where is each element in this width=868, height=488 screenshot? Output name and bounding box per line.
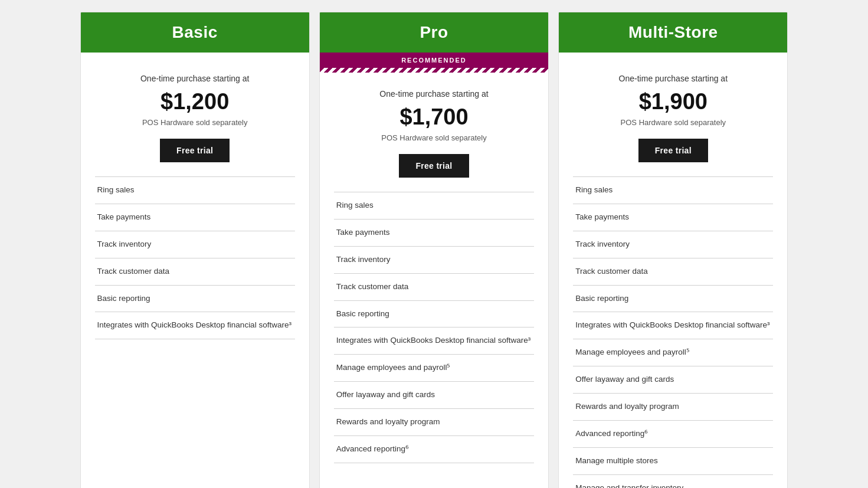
price-subtitle-multistore: One-time purchase starting at bbox=[573, 74, 773, 83]
hardware-note-basic: POS Hardware sold separately bbox=[95, 118, 295, 127]
list-item: Take payments bbox=[95, 204, 295, 231]
plan-header-basic: Basic bbox=[81, 12, 309, 53]
plan-body-multistore: One-time purchase starting at$1,900POS H… bbox=[559, 53, 787, 488]
list-item: Track inventory bbox=[573, 231, 773, 258]
list-item: Track customer data bbox=[95, 258, 295, 286]
plan-card-basic: BasicOne-time purchase starting at$1,200… bbox=[80, 12, 310, 488]
list-item: Advanced reporting⁶ bbox=[573, 421, 773, 448]
list-item: Integrates with QuickBooks Desktop finan… bbox=[95, 312, 295, 339]
plan-card-pro: ProRECOMMENDEDOne-time purchase starting… bbox=[319, 12, 549, 488]
pricing-container: BasicOne-time purchase starting at$1,200… bbox=[80, 12, 788, 488]
price-subtitle-basic: One-time purchase starting at bbox=[95, 74, 295, 83]
features-list-multistore: Ring salesTake paymentsTrack inventoryTr… bbox=[573, 176, 773, 488]
list-item: Rewards and loyalty program bbox=[573, 394, 773, 421]
list-item: Rewards and loyalty program bbox=[334, 409, 534, 436]
list-item: Manage and transfer inventory bbox=[573, 475, 773, 488]
hardware-note-pro: POS Hardware sold separately bbox=[334, 133, 534, 142]
price-amount-multistore: $1,900 bbox=[573, 89, 773, 114]
list-item: Track inventory bbox=[95, 231, 295, 258]
list-item: Ring sales bbox=[95, 177, 295, 204]
list-item: Advanced reporting⁶ bbox=[334, 436, 534, 463]
list-item: Basic reporting bbox=[95, 286, 295, 313]
trial-button-pro[interactable]: Free trial bbox=[399, 154, 469, 178]
features-list-pro: Ring salesTake paymentsTrack inventoryTr… bbox=[334, 192, 534, 463]
price-amount-pro: $1,700 bbox=[334, 104, 534, 130]
list-item: Integrates with QuickBooks Desktop finan… bbox=[573, 312, 773, 339]
list-item: Track customer data bbox=[334, 274, 534, 301]
list-item: Take payments bbox=[334, 220, 534, 247]
list-item: Ring sales bbox=[334, 192, 534, 220]
price-subtitle-pro: One-time purchase starting at bbox=[334, 89, 534, 99]
list-item: Manage employees and payroll⁵ bbox=[334, 355, 534, 382]
list-item: Integrates with QuickBooks Desktop finan… bbox=[334, 327, 534, 355]
list-item: Basic reporting bbox=[334, 301, 534, 328]
list-item: Take payments bbox=[573, 204, 773, 231]
hardware-note-multistore: POS Hardware sold separately bbox=[573, 118, 773, 127]
plan-body-pro: One-time purchase starting at$1,700POS H… bbox=[320, 68, 548, 481]
list-item: Offer layaway and gift cards bbox=[334, 382, 534, 409]
features-list-basic: Ring salesTake paymentsTrack inventoryTr… bbox=[95, 176, 295, 339]
price-amount-basic: $1,200 bbox=[95, 89, 295, 114]
list-item: Ring sales bbox=[573, 177, 773, 204]
trial-button-multistore[interactable]: Free trial bbox=[638, 139, 708, 162]
trial-button-basic[interactable]: Free trial bbox=[160, 139, 230, 162]
list-item: Track inventory bbox=[334, 247, 534, 274]
list-item: Basic reporting bbox=[573, 286, 773, 313]
list-item: Manage employees and payroll⁵ bbox=[573, 339, 773, 366]
plan-header-multistore: Multi-Store bbox=[559, 12, 787, 53]
plan-card-multistore: Multi-StoreOne-time purchase starting at… bbox=[558, 12, 788, 488]
plan-body-basic: One-time purchase starting at$1,200POS H… bbox=[81, 53, 309, 357]
list-item: Manage multiple stores bbox=[573, 448, 773, 475]
plan-header-pro: Pro bbox=[320, 12, 548, 53]
recommended-banner: RECOMMENDED bbox=[320, 53, 548, 68]
list-item: Offer layaway and gift cards bbox=[573, 366, 773, 394]
list-item: Track customer data bbox=[573, 258, 773, 286]
